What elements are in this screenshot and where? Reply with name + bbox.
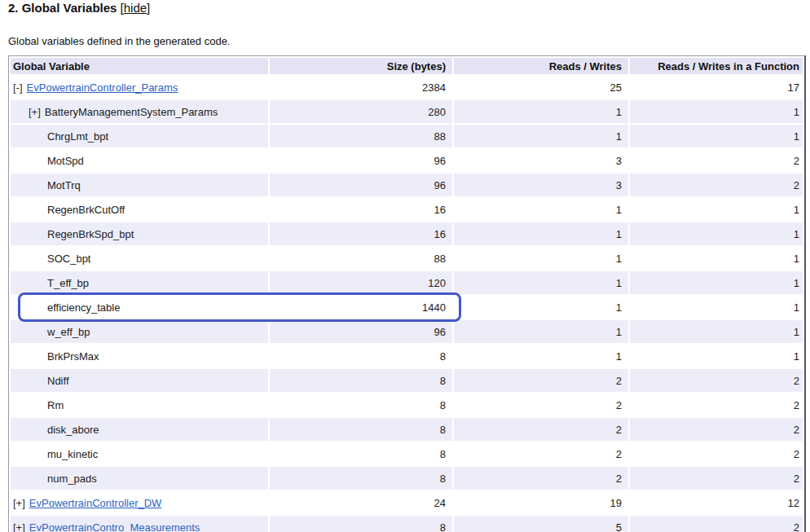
expand-toggle-icon[interactable]: [+] [13, 521, 25, 532]
reads-writes-cell: 1 [454, 320, 628, 343]
table-row: [-]EvPowertrainController_Params 2384 25… [11, 76, 803, 99]
reads-writes-cell: 1 [454, 247, 628, 270]
reads-writes-cell: 1 [454, 345, 628, 367]
reads-writes-fn-cell: 2 [630, 467, 803, 490]
column-header-global-variable: Global Variable [11, 58, 268, 74]
reads-writes-fn-cell: 2 [630, 149, 803, 172]
reads-writes-cell: 1 [454, 296, 628, 319]
reads-writes-fn-cell: 1 [630, 247, 803, 270]
reads-writes-fn-cell: 1 [630, 345, 803, 367]
table-row: disk_abore 8 2 2 [11, 418, 803, 441]
table-body: [-]EvPowertrainController_Params 2384 25… [11, 76, 803, 532]
reads-writes-cell: 1 [454, 198, 628, 221]
table-row: RegenBrkCutOff 16 1 1 [11, 198, 803, 221]
variable-name: efficiency_table [47, 301, 120, 314]
table-row: SOC_bpt 88 1 1 [11, 247, 803, 270]
expand-toggle-icon[interactable]: [+] [13, 497, 25, 509]
variable-name: SOC_bpt [47, 253, 90, 265]
variable-cell: Ndiff [11, 369, 268, 392]
column-header-size-bytes: Size (bytes) [270, 58, 452, 74]
variable-name: w_eff_bp [47, 326, 90, 338]
size-cell: 120 [270, 271, 452, 294]
variable-name: BrkPrsMax [47, 350, 99, 363]
size-cell: 96 [270, 174, 452, 196]
variable-name: T_eff_bp [47, 277, 89, 289]
reads-writes-cell: 19 [454, 491, 628, 514]
reads-writes-cell: 2 [454, 394, 628, 416]
size-cell: 24 [270, 491, 452, 514]
reads-writes-fn-cell: 1 [630, 198, 803, 221]
table-row: w_eff_bp 96 1 1 [11, 320, 803, 343]
size-cell: 8 [270, 345, 452, 367]
header-row: Global Variable Size (bytes) Reads / Wri… [11, 58, 803, 74]
table-row: RegenBrkSpd_bpt 16 1 1 [11, 222, 803, 245]
variable-link[interactable]: EvPowertrainController_Params [27, 81, 178, 94]
reads-writes-cell: 1 [454, 271, 628, 294]
reads-writes-fn-cell: 2 [630, 174, 803, 196]
variable-cell: MotSpd [11, 149, 268, 172]
size-cell: 280 [270, 100, 452, 123]
table-caption: Global variables defined in the generate… [8, 35, 230, 47]
variable-name: RegenBrkCutOff [47, 204, 125, 216]
table-row: ChrgLmt_bpt 88 1 1 [11, 125, 803, 147]
reads-writes-fn-cell: 1 [630, 125, 803, 147]
variable-cell: mu_kinetic [11, 442, 268, 465]
variable-cell: SOC_bpt [11, 247, 268, 270]
reads-writes-fn-cell: 2 [630, 418, 803, 441]
variable-name: disk_abore [47, 424, 99, 436]
reads-writes-fn-cell: 17 [630, 76, 803, 99]
size-cell: 96 [270, 149, 452, 172]
variable-cell: RegenBrkCutOff [11, 198, 268, 221]
table-row: BrkPrsMax 8 1 1 [11, 345, 803, 367]
column-header-reads-writes: Reads / Writes [454, 58, 628, 74]
variable-cell: Rm [11, 394, 268, 416]
size-cell: 16 [270, 198, 452, 221]
variable-cell: disk_abore [11, 418, 268, 441]
size-cell: 8 [270, 394, 452, 416]
variable-name: ChrgLmt_bpt [47, 130, 108, 143]
global-variables-table: Global Variable Size (bytes) Reads / Wri… [8, 55, 806, 532]
reads-writes-fn-cell: 1 [630, 320, 803, 343]
reads-writes-cell: 1 [454, 125, 628, 147]
variable-name: mu_kinetic [47, 448, 98, 460]
variable-name: Ndiff [47, 375, 69, 387]
variable-cell: [+]BatteryManagementSystem_Params [11, 100, 268, 123]
variable-name: num_pads [47, 473, 97, 485]
size-cell: 8 [270, 418, 452, 441]
reads-writes-fn-cell: 1 [630, 296, 803, 319]
size-cell: 8 [270, 516, 452, 532]
bracket-close: ] [147, 1, 150, 15]
expand-toggle-icon[interactable]: [-] [13, 81, 23, 94]
reads-writes-cell: 2 [454, 369, 628, 392]
variable-cell: [-]EvPowertrainController_Params [11, 76, 268, 99]
reads-writes-cell: 5 [454, 516, 628, 532]
section-title: 2. Global Variables [8, 1, 117, 15]
size-cell: 8 [270, 442, 452, 465]
section-toggle: [hide] [121, 1, 151, 15]
size-cell: 88 [270, 125, 452, 147]
reads-writes-fn-cell: 2 [630, 394, 803, 416]
variable-link[interactable]: EvPowertrainContro_Measurements [29, 521, 200, 532]
variable-name: MotTrq [47, 179, 81, 191]
size-cell: 16 [270, 222, 452, 245]
reads-writes-cell: 2 [454, 467, 628, 490]
variable-name: RegenBrkSpd_bpt [47, 228, 134, 240]
reads-writes-fn-cell: 2 [630, 442, 803, 465]
variable-name: Rm [47, 399, 64, 411]
table-row: MotTrq 96 3 2 [11, 174, 803, 196]
hide-link[interactable]: hide [124, 1, 147, 15]
variable-cell: ChrgLmt_bpt [11, 125, 268, 147]
table-row: num_pads 8 2 2 [11, 467, 803, 490]
variable-cell: w_eff_bp [11, 320, 268, 343]
expand-toggle-icon[interactable]: [+] [29, 106, 41, 118]
table-row: [+]EvPowertrainController_DW 24 19 12 [11, 491, 803, 514]
reads-writes-cell: 25 [454, 76, 628, 99]
variable-cell: MotTrq [11, 174, 268, 196]
reads-writes-cell: 1 [454, 222, 628, 245]
reads-writes-fn-cell: 1 [630, 100, 803, 123]
size-cell: 88 [270, 247, 452, 270]
section-heading: 2. Global Variables [hide] [8, 0, 150, 16]
size-cell: 8 [270, 467, 452, 490]
reads-writes-fn-cell: 1 [630, 222, 803, 245]
variable-link[interactable]: EvPowertrainController_DW [29, 497, 162, 509]
